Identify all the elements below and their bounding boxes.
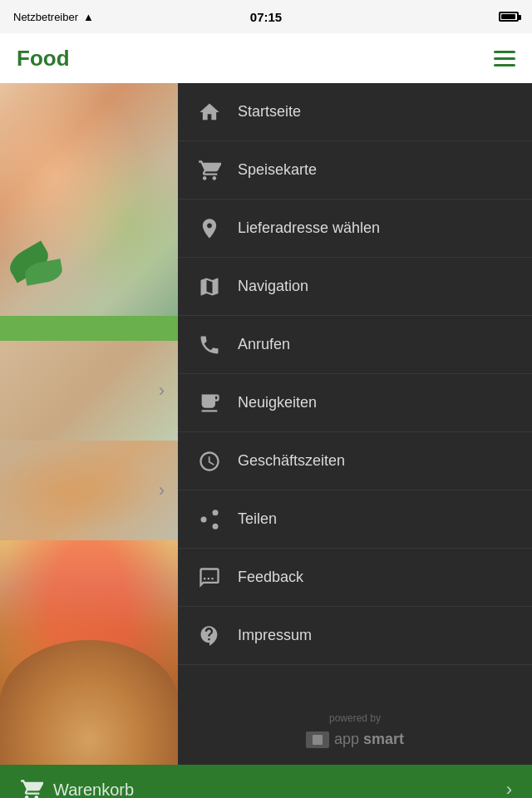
appsmart-logo: app smart xyxy=(306,731,404,748)
app-title: Food xyxy=(17,46,70,71)
share-icon xyxy=(195,505,224,534)
warenkorb-text: Warenkorb xyxy=(53,781,134,799)
menu-label-speisekarte: Speisekarte xyxy=(238,161,317,179)
bottom-bar[interactable]: Warenkorb › xyxy=(0,765,532,798)
powered-by-text: powered by xyxy=(329,712,381,724)
svg-point-0 xyxy=(213,510,219,515)
menu-label-feedback: Feedback xyxy=(238,569,303,586)
menu-item-navigation[interactable]: Navigation xyxy=(178,258,532,316)
status-time: 07:15 xyxy=(250,10,282,24)
chevron-right-icon-2: › xyxy=(159,480,165,501)
hamburger-button[interactable] xyxy=(494,51,515,66)
menu-item-anrufen[interactable]: Anrufen xyxy=(178,316,532,374)
svg-point-2 xyxy=(213,523,219,529)
wifi-icon: ▲ xyxy=(83,11,94,23)
left-panel: › › xyxy=(0,83,178,765)
menu-label-neuigkeiten: Neuigkeiten xyxy=(238,394,317,411)
pizza-visual xyxy=(0,640,178,765)
status-bar: Netzbetreiber ▲ 07:15 xyxy=(0,0,532,33)
svg-point-1 xyxy=(201,516,207,522)
battery-icon xyxy=(499,12,519,22)
menu-item-startseite[interactable]: Startseite xyxy=(178,83,532,141)
menu-item-lieferadresse[interactable]: Lieferadresse wählen xyxy=(178,200,532,258)
header: Food xyxy=(0,33,532,83)
menu-item-impressum[interactable]: Impressum xyxy=(178,607,532,665)
right-panel: Startseite Speisekarte Lieferadres xyxy=(178,83,532,765)
menu-label-navigation: Navigation xyxy=(238,278,308,295)
cart-icon-bottom xyxy=(20,778,43,798)
location-icon xyxy=(195,214,224,244)
menu-label-teilen: Teilen xyxy=(238,510,277,528)
chevron-right-icon: › xyxy=(159,380,165,401)
phone-icon xyxy=(195,330,224,360)
main-layout: › › Startseite xyxy=(0,83,532,765)
menu-item-geschaeftszeiten[interactable]: Geschäftszeiten xyxy=(178,432,532,490)
food-image-mid3[interactable]: › xyxy=(0,441,178,540)
menu-label-geschaeftszeiten: Geschäftszeiten xyxy=(238,452,345,470)
menu-label-anrufen: Anrufen xyxy=(238,336,290,353)
menu-item-feedback[interactable]: Feedback xyxy=(178,549,532,607)
feedback-icon xyxy=(195,563,224,593)
food-image-bottom xyxy=(0,540,178,765)
menu-list: Startseite Speisekarte Lieferadres xyxy=(178,83,532,696)
map-icon xyxy=(195,272,224,302)
handshake-icon xyxy=(195,621,224,651)
bottom-chevron-icon: › xyxy=(506,779,512,798)
carrier-label: Netzbetreiber xyxy=(13,11,78,23)
news-icon xyxy=(195,388,224,418)
menu-item-speisekarte[interactable]: Speisekarte xyxy=(178,141,532,200)
powered-by-section: powered by app smart xyxy=(178,696,532,765)
menu-label-startseite: Startseite xyxy=(238,103,301,121)
status-right xyxy=(499,12,519,22)
menu-label-impressum: Impressum xyxy=(238,627,312,644)
warenkorb-label: Warenkorb xyxy=(20,778,134,798)
leaf-decoration xyxy=(8,249,75,299)
appsmart-icon xyxy=(306,732,329,748)
appsmart-name: app smart xyxy=(334,731,404,748)
menu-label-lieferadresse: Lieferadresse wählen xyxy=(238,219,380,237)
green-bar xyxy=(0,316,178,341)
menu-item-neuigkeiten[interactable]: Neuigkeiten xyxy=(178,374,532,432)
home-icon xyxy=(195,97,224,127)
food-image-mid2[interactable]: › xyxy=(0,341,178,441)
food-image-top xyxy=(0,83,178,316)
status-left: Netzbetreiber ▲ xyxy=(13,11,94,23)
cart-icon xyxy=(195,155,224,185)
menu-item-teilen[interactable]: Teilen xyxy=(178,490,532,549)
clock-icon xyxy=(195,446,224,476)
